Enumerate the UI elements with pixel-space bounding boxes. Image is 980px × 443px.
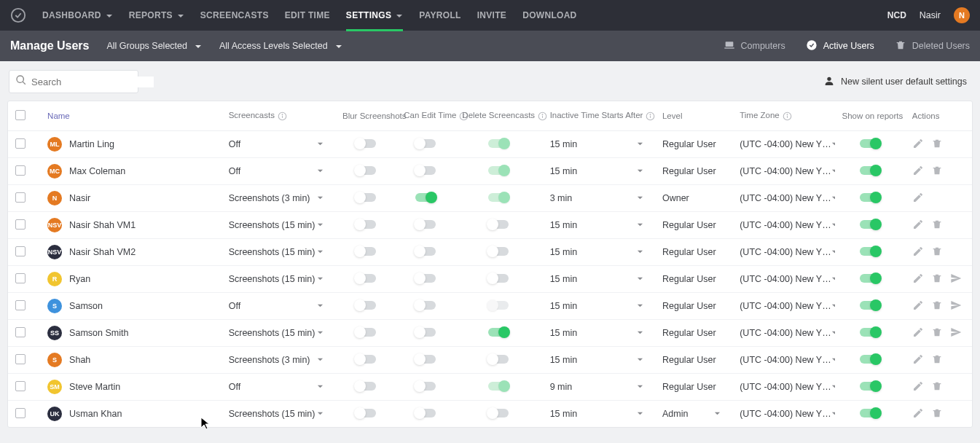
inactive-select[interactable]: 15 min xyxy=(550,247,648,257)
show-on-reports-toggle[interactable] xyxy=(860,274,880,283)
timezone-select[interactable]: (UTC -04:00) New Y… xyxy=(740,382,827,392)
screencasts-select[interactable]: Screenshots (3 min) xyxy=(229,355,328,365)
user-name-cell[interactable]: SShah xyxy=(47,353,214,367)
screencasts-select[interactable]: Off xyxy=(229,382,328,392)
blur-toggle[interactable] xyxy=(356,193,376,202)
user-name-cell[interactable]: NNasir xyxy=(47,191,214,205)
inactive-select[interactable]: 15 min xyxy=(550,166,648,176)
edit-time-toggle[interactable] xyxy=(415,166,436,175)
edit-time-toggle[interactable] xyxy=(415,328,436,337)
user-name-cell[interactable]: MCMax Coleman xyxy=(47,164,214,179)
delete-screencasts-toggle[interactable] xyxy=(488,166,509,175)
timezone-select[interactable]: (UTC -04:00) New Y… xyxy=(740,409,827,419)
inactive-select[interactable]: 9 min xyxy=(550,382,648,392)
blur-toggle[interactable] xyxy=(356,382,376,391)
screencasts-select[interactable]: Off xyxy=(229,166,328,176)
inactive-select[interactable]: 3 min xyxy=(550,193,648,203)
send-icon[interactable] xyxy=(950,326,962,340)
inactive-select[interactable]: 15 min xyxy=(550,328,648,338)
delete-screencasts-toggle[interactable] xyxy=(488,247,509,256)
nav-item-payroll[interactable]: PAYROLL xyxy=(419,0,460,31)
delete-screencasts-toggle[interactable] xyxy=(488,409,509,417)
screencasts-select[interactable]: Off xyxy=(229,301,328,311)
screencasts-select[interactable]: Screenshots (3 min) xyxy=(229,193,328,203)
checkbox[interactable] xyxy=(15,327,26,337)
checkbox[interactable] xyxy=(15,192,26,203)
info-icon[interactable] xyxy=(646,111,655,121)
row-checkbox-cell[interactable] xyxy=(8,374,40,401)
show-on-reports-toggle[interactable] xyxy=(860,409,880,417)
inactive-select[interactable]: 15 min xyxy=(550,409,648,419)
edit-icon[interactable] xyxy=(912,246,924,259)
trash-icon[interactable] xyxy=(931,165,943,179)
user-name-cell[interactable]: NSVNasir Shah VM1 xyxy=(47,218,214,232)
trash-icon[interactable] xyxy=(931,219,943,232)
edit-time-toggle[interactable] xyxy=(415,220,436,229)
info-icon[interactable] xyxy=(783,111,792,121)
inactive-select[interactable]: 15 min xyxy=(550,220,648,230)
blur-toggle[interactable] xyxy=(356,409,376,417)
blur-toggle[interactable] xyxy=(356,220,376,229)
user-name-cell[interactable]: UKUsman Khan xyxy=(47,407,214,421)
edit-icon[interactable] xyxy=(912,299,924,313)
timezone-select[interactable]: (UTC -04:00) New Y… xyxy=(740,328,827,338)
checkbox[interactable] xyxy=(15,300,26,310)
delete-screencasts-toggle[interactable] xyxy=(488,355,509,364)
checkbox[interactable] xyxy=(15,138,26,149)
screencasts-select[interactable]: Screenshots (15 min) xyxy=(229,409,328,419)
nav-item-dashboard[interactable]: DASHBOARD xyxy=(42,0,113,31)
timezone-select[interactable]: (UTC -04:00) New Y… xyxy=(740,274,827,284)
delete-screencasts-toggle[interactable] xyxy=(488,328,509,337)
search-box[interactable] xyxy=(9,70,138,93)
send-icon[interactable] xyxy=(950,299,962,313)
edit-icon[interactable] xyxy=(912,326,924,340)
info-icon[interactable] xyxy=(278,111,287,121)
checkbox[interactable] xyxy=(15,408,26,418)
row-checkbox-cell[interactable] xyxy=(8,347,40,374)
screencasts-select[interactable]: Screenshots (15 min) xyxy=(229,328,328,338)
current-user-name[interactable]: Nasir xyxy=(920,10,941,20)
edit-icon[interactable] xyxy=(912,273,924,286)
user-name-cell[interactable]: RRyan xyxy=(47,272,214,286)
blur-toggle[interactable] xyxy=(356,139,376,148)
delete-screencasts-toggle[interactable] xyxy=(488,220,509,229)
edit-icon[interactable] xyxy=(912,380,924,394)
blur-toggle[interactable] xyxy=(356,301,376,310)
timezone-select[interactable]: (UTC -04:00) New Y… xyxy=(740,301,827,311)
screencasts-select[interactable]: Screenshots (15 min) xyxy=(229,220,328,230)
inactive-select[interactable]: 15 min xyxy=(550,139,648,149)
info-icon[interactable] xyxy=(538,111,547,121)
nav-item-reports[interactable]: REPORTS xyxy=(129,0,184,31)
show-on-reports-toggle[interactable] xyxy=(860,139,880,148)
blur-toggle[interactable] xyxy=(356,274,376,283)
user-name-cell[interactable]: MLMartin Ling xyxy=(47,137,214,152)
trash-icon[interactable] xyxy=(931,353,943,367)
delete-screencasts-toggle[interactable] xyxy=(488,274,509,283)
edit-icon[interactable] xyxy=(912,353,924,367)
screencasts-select[interactable]: Off xyxy=(229,139,328,149)
show-on-reports-toggle[interactable] xyxy=(860,301,880,310)
delete-screencasts-toggle[interactable] xyxy=(488,193,509,202)
show-on-reports-toggle[interactable] xyxy=(860,193,880,202)
current-user-avatar[interactable]: N xyxy=(954,7,970,23)
show-on-reports-toggle[interactable] xyxy=(860,355,880,364)
edit-time-toggle[interactable] xyxy=(415,382,436,391)
nav-item-download[interactable]: DOWNLOAD xyxy=(522,0,576,31)
row-checkbox-cell[interactable] xyxy=(8,158,40,185)
show-on-reports-toggle[interactable] xyxy=(860,166,880,175)
row-checkbox-cell[interactable] xyxy=(8,212,40,239)
checkbox[interactable] xyxy=(15,219,26,230)
edit-time-toggle[interactable] xyxy=(415,409,436,417)
col-header-name[interactable]: Name xyxy=(40,101,222,131)
timezone-select[interactable]: (UTC -04:00) New Y… xyxy=(740,247,827,257)
checkbox[interactable] xyxy=(15,246,26,256)
blur-toggle[interactable] xyxy=(356,247,376,256)
user-name-cell[interactable]: SMSteve Martin xyxy=(47,380,214,394)
trash-icon[interactable] xyxy=(931,138,943,152)
blur-toggle[interactable] xyxy=(356,166,376,175)
checkbox[interactable] xyxy=(15,381,26,391)
edit-time-toggle[interactable] xyxy=(415,139,436,148)
nav-item-screencasts[interactable]: SCREENCASTS xyxy=(200,0,269,31)
trash-icon[interactable] xyxy=(931,326,943,340)
row-checkbox-cell[interactable] xyxy=(8,185,40,212)
